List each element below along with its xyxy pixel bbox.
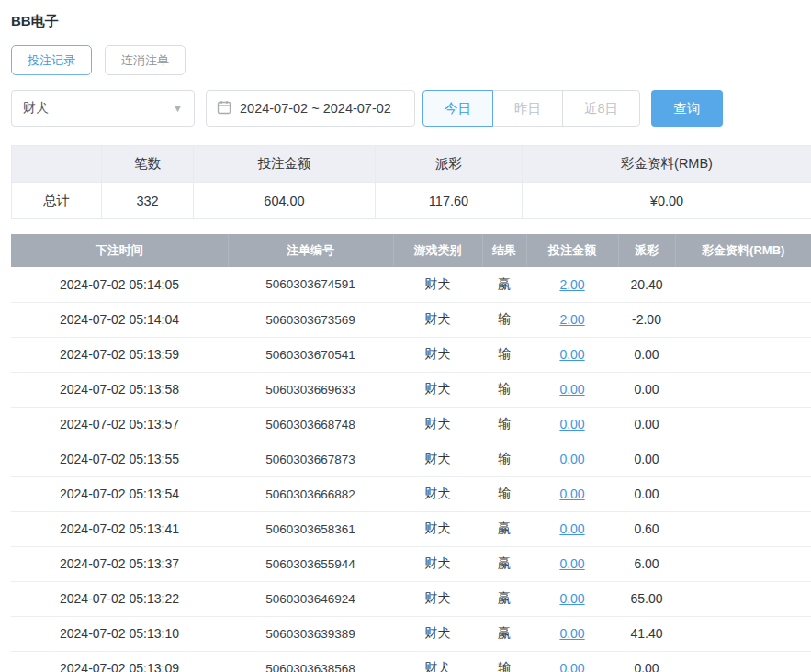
cell-bet-amount: 0.00 xyxy=(526,442,618,476)
cell-game-category: 财犬 xyxy=(393,616,482,651)
cell-bet-time: 2024-07-02 05:13:59 xyxy=(11,337,228,372)
quick-date-button-group: 今日 昨日 近8日 xyxy=(422,90,640,127)
bet-amount-link[interactable]: 0.00 xyxy=(559,382,584,397)
cell-bonus xyxy=(675,407,811,442)
search-button[interactable]: 查询 xyxy=(651,90,723,127)
summary-value-cell: 117.60 xyxy=(376,183,523,219)
cell-order-number: 5060303667873 xyxy=(228,442,393,476)
cell-game-category: 财犬 xyxy=(393,651,482,672)
cell-bet-time: 2024-07-02 05:13:37 xyxy=(11,546,228,581)
cell-bonus xyxy=(675,267,811,302)
chevron-down-icon: ▼ xyxy=(173,103,183,114)
summary-header-cell: 派彩 xyxy=(376,146,523,183)
bet-amount-link[interactable]: 0.00 xyxy=(559,417,584,431)
calendar-icon xyxy=(217,100,231,118)
last-8-days-button[interactable]: 近8日 xyxy=(562,90,640,127)
summary-table: 笔数投注金额派彩彩金资料(RMB) 总计332604.00117.60¥0.00 xyxy=(11,145,811,219)
cell-bonus xyxy=(675,546,811,581)
bet-amount-link[interactable]: 0.00 xyxy=(559,452,584,466)
cell-bet-amount: 0.00 xyxy=(526,651,618,672)
page: BB电子 投注记录 连消注单 财犬 ▼ 2024-07-02 ~ 2024-07… xyxy=(0,0,811,672)
cell-order-number: 5060303646924 xyxy=(228,581,393,616)
summary-value-cell: ¥0.00 xyxy=(523,183,811,219)
cell-bonus xyxy=(675,442,811,476)
summary-value-cell: 604.00 xyxy=(194,183,376,219)
game-select[interactable]: 财犬 ▼ xyxy=(11,90,195,127)
cell-bet-amount: 0.00 xyxy=(526,546,618,581)
cell-bet-amount: 0.00 xyxy=(526,372,618,407)
cell-bet-time: 2024-07-02 05:13:09 xyxy=(11,651,228,672)
cell-result: 输 xyxy=(482,442,526,476)
table-row: 2024-07-02 05:13:585060303669633财犬输0.000… xyxy=(11,372,811,407)
summary-header-cell xyxy=(12,146,102,183)
today-button[interactable]: 今日 xyxy=(422,90,493,127)
cell-result: 输 xyxy=(482,407,526,442)
bet-amount-link[interactable]: 0.00 xyxy=(559,487,584,501)
cell-bonus xyxy=(675,651,811,672)
cell-payout: 0.00 xyxy=(618,651,675,672)
cell-bet-amount: 0.00 xyxy=(526,581,618,616)
table-row: 2024-07-02 05:13:575060303668748财犬输0.000… xyxy=(11,407,811,442)
bet-amount-link[interactable]: 0.00 xyxy=(559,591,584,606)
cell-bonus xyxy=(675,372,811,407)
cell-bonus xyxy=(675,302,811,337)
cell-game-category: 财犬 xyxy=(393,337,482,372)
cell-bonus xyxy=(675,476,811,511)
bet-amount-link[interactable]: 2.00 xyxy=(559,277,584,292)
cell-payout: -2.00 xyxy=(618,302,675,337)
bet-amount-link[interactable]: 0.00 xyxy=(559,521,584,536)
bet-amount-link[interactable]: 0.00 xyxy=(559,626,584,641)
cell-bonus xyxy=(675,616,811,651)
summary-header-cell: 彩金资料(RMB) xyxy=(523,146,811,183)
bet-table-header-cell: 注单编号 xyxy=(228,234,393,267)
cell-result: 输 xyxy=(482,372,526,407)
cell-bet-time: 2024-07-02 05:13:10 xyxy=(11,616,228,651)
game-select-value: 财犬 xyxy=(23,100,49,117)
table-row: 2024-07-02 05:13:105060303639389财犬赢0.004… xyxy=(11,616,811,651)
summary-header-row: 笔数投注金额派彩彩金资料(RMB) xyxy=(12,146,811,183)
cell-bonus xyxy=(675,581,811,616)
bet-table-body: 2024-07-02 05:14:055060303674591财犬赢2.002… xyxy=(11,267,811,672)
cell-game-category: 财犬 xyxy=(393,581,482,616)
tab-bet-records[interactable]: 投注记录 xyxy=(11,45,92,75)
cell-result: 输 xyxy=(482,651,526,672)
cell-game-category: 财犬 xyxy=(393,511,482,546)
cell-order-number: 5060303670541 xyxy=(228,337,393,372)
summary-header-cell: 投注金额 xyxy=(194,146,376,183)
cell-game-category: 财犬 xyxy=(393,372,482,407)
date-range-input[interactable]: 2024-07-02 ~ 2024-07-02 xyxy=(206,90,415,127)
tab-cancelled-orders[interactable]: 连消注单 xyxy=(105,45,186,75)
table-row: 2024-07-02 05:13:225060303646924财犬赢0.006… xyxy=(11,581,811,616)
page-title: BB电子 xyxy=(11,9,811,45)
cell-bet-time: 2024-07-02 05:14:04 xyxy=(11,302,228,337)
bet-table-header-cell: 投注金额 xyxy=(526,234,618,267)
cell-payout: 0.00 xyxy=(618,372,675,407)
cell-game-category: 财犬 xyxy=(393,267,482,302)
cell-bet-time: 2024-07-02 05:14:05 xyxy=(11,267,228,302)
cell-result: 赢 xyxy=(482,546,526,581)
bet-amount-link[interactable]: 0.00 xyxy=(559,556,584,571)
cell-game-category: 财犬 xyxy=(393,442,482,476)
cell-game-category: 财犬 xyxy=(393,302,482,337)
table-row: 2024-07-02 05:13:415060303658361财犬赢0.000… xyxy=(11,511,811,546)
cell-result: 赢 xyxy=(482,581,526,616)
bet-amount-link[interactable]: 0.00 xyxy=(559,347,584,362)
bet-amount-link[interactable]: 2.00 xyxy=(559,312,584,327)
date-range-value: 2024-07-02 ~ 2024-07-02 xyxy=(240,101,391,116)
cell-bet-time: 2024-07-02 05:13:54 xyxy=(11,476,228,511)
cell-bonus xyxy=(675,511,811,546)
cell-payout: 41.40 xyxy=(618,616,675,651)
summary-value-cell: 332 xyxy=(102,183,194,219)
filter-bar: 财犬 ▼ 2024-07-02 ~ 2024-07-02 今日 昨日 近8日 查… xyxy=(11,90,811,127)
cell-payout: 0.00 xyxy=(618,476,675,511)
cell-order-number: 5060303669633 xyxy=(228,372,393,407)
bet-table-header-cell: 彩金资料(RMB) xyxy=(675,234,811,267)
bet-amount-link[interactable]: 0.00 xyxy=(559,661,584,672)
cell-bet-time: 2024-07-02 05:13:57 xyxy=(11,407,228,442)
cell-payout: 65.00 xyxy=(618,581,675,616)
yesterday-button[interactable]: 昨日 xyxy=(492,90,563,127)
cell-result: 赢 xyxy=(482,616,526,651)
bet-table-header-cell: 结果 xyxy=(482,234,526,267)
cell-bet-amount: 0.00 xyxy=(526,616,618,651)
cell-order-number: 5060303638568 xyxy=(228,651,393,672)
